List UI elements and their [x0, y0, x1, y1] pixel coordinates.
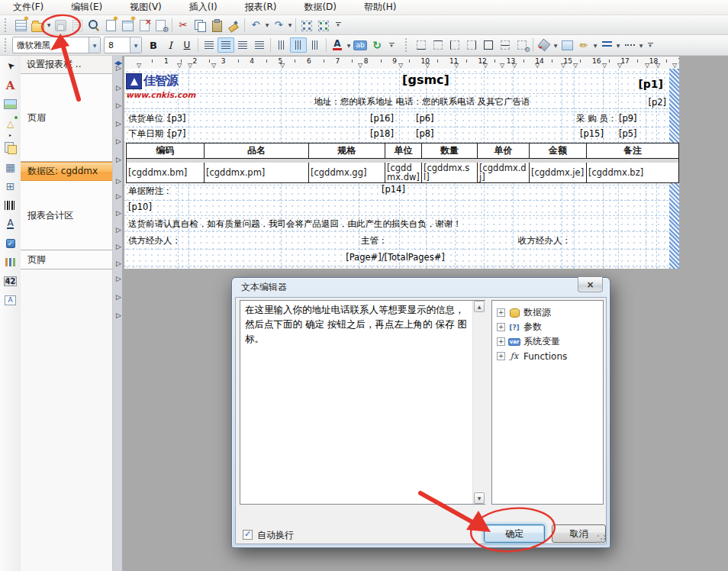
- print-preview-icon[interactable]: [85, 18, 102, 33]
- line-style-icon[interactable]: [621, 37, 638, 53]
- field-cell[interactable]: [cgddmx.bz]: [587, 163, 679, 183]
- report-canvas[interactable]: 佳智源 www.cnkis.com [gsmc] [p1] 地址：您的联系地址 …: [124, 69, 679, 269]
- chevron-down-icon[interactable]: ▼: [615, 43, 621, 48]
- new-page-icon[interactable]: [102, 18, 119, 33]
- align-justify-icon[interactable]: [251, 37, 268, 53]
- field-cell[interactable]: [cgddmx.je]: [530, 163, 587, 183]
- page-number-icon[interactable]: [1, 273, 20, 290]
- chevron-down-icon[interactable]: ▼: [638, 43, 644, 48]
- p7-field[interactable]: [p7]: [168, 128, 186, 139]
- supplier-label[interactable]: 供货单位：: [128, 113, 172, 124]
- send-back-icon[interactable]: [315, 18, 332, 33]
- format-painter-icon[interactable]: [225, 18, 242, 33]
- toolbar-overflow-icon[interactable]: [646, 38, 655, 52]
- supplier-sign-label[interactable]: 供方经办人：: [128, 235, 181, 247]
- p8-field[interactable]: [p8]: [416, 128, 434, 139]
- expand-icon[interactable]: [497, 323, 505, 331]
- notice-text[interactable]: 送货前请认真自检，如有质量问题，我司会将产品退回，由此产生的损失自负，谢谢！: [128, 218, 462, 230]
- p16-field[interactable]: [p16]: [370, 113, 394, 124]
- border-all-icon[interactable]: [480, 37, 497, 53]
- field-cell[interactable]: [cgddmx.pm]: [205, 163, 309, 183]
- valign-bottom-icon[interactable]: [307, 37, 324, 53]
- p14-field[interactable]: [p14]: [382, 184, 405, 195]
- scroll-up-icon[interactable]: ▲: [474, 301, 485, 312]
- resize-grip[interactable]: [598, 535, 607, 544]
- buyer-label[interactable]: 采 购 员：: [576, 113, 617, 124]
- page-setup-icon[interactable]: [153, 18, 169, 33]
- logo[interactable]: 佳智源 www.cnkis.com: [126, 73, 192, 99]
- border-setup-icon[interactable]: [514, 37, 530, 53]
- field-cell[interactable]: [cgddmx.gg]: [309, 163, 385, 183]
- p9-field[interactable]: [p9]: [619, 113, 637, 124]
- expand-icon[interactable]: [497, 337, 505, 346]
- column-header[interactable]: 单价: [478, 143, 530, 159]
- valign-top-icon[interactable]: [273, 37, 290, 53]
- p6-field[interactable]: [p6]: [416, 113, 434, 124]
- menu-insert[interactable]: 插入(I): [181, 0, 226, 15]
- band-page-footer[interactable]: 页脚: [21, 250, 112, 269]
- receiver-sign-label[interactable]: 收方经办人：: [518, 235, 571, 247]
- word-wrap-checkbox[interactable]: [243, 530, 253, 540]
- delete-page-icon[interactable]: [136, 18, 153, 33]
- chevron-down-icon[interactable]: ▼: [46, 22, 52, 27]
- new-band-icon[interactable]: [119, 18, 136, 33]
- toolbar-overflow-icon[interactable]: [387, 38, 396, 52]
- bold-icon[interactable]: [145, 37, 162, 53]
- chevron-down-icon[interactable]: ▼: [346, 43, 352, 48]
- font-color-icon[interactable]: [329, 37, 346, 53]
- data-source-tree[interactable]: 数据源 参数 系统变量 Functions: [491, 300, 604, 505]
- expand-icon[interactable]: [497, 308, 505, 317]
- table-icon[interactable]: ▦: [1, 158, 20, 176]
- chevron-down-icon[interactable]: ▼: [592, 43, 598, 48]
- expand-icon[interactable]: [497, 352, 505, 360]
- column-header[interactable]: 品名: [205, 143, 309, 159]
- field-cell[interactable]: [cgddmx.dw]: [385, 163, 422, 183]
- barcode-icon[interactable]: [1, 196, 20, 214]
- shading-icon[interactable]: [559, 37, 575, 53]
- textarea-scrollbar[interactable]: ▲ ▼: [472, 301, 485, 504]
- chevron-down-icon[interactable]: ▼: [287, 22, 293, 27]
- undo-icon[interactable]: ↶: [247, 18, 264, 33]
- band-report-summary[interactable]: 报表合计区: [21, 181, 112, 250]
- scroll-down-icon[interactable]: ▼: [474, 492, 485, 504]
- chevron-down-icon[interactable]: ▸: [0, 133, 21, 137]
- menu-view[interactable]: 视图(V): [121, 0, 170, 15]
- align-right-icon[interactable]: [234, 37, 251, 53]
- border-left-icon[interactable]: [446, 37, 463, 53]
- border-bottom-icon[interactable]: [413, 37, 430, 53]
- align-left-icon[interactable]: [201, 37, 217, 53]
- field-cell[interactable]: [cgddmx.dj]: [478, 163, 530, 183]
- line-weight-icon[interactable]: [598, 37, 615, 53]
- tree-item-datasource[interactable]: 数据源: [492, 305, 603, 320]
- column-header[interactable]: 单位: [385, 143, 422, 159]
- align-center-icon[interactable]: [217, 37, 234, 53]
- chart-icon[interactable]: [1, 253, 20, 271]
- rich-text-icon[interactable]: [1, 215, 20, 233]
- line-color-icon[interactable]: ✏: [575, 37, 592, 53]
- text-editor-input[interactable]: 在这里输入你的地址电话联系人等想要显示的信息，然后点下面的 确定 按钮之后，再点…: [240, 300, 485, 505]
- border-top-icon[interactable]: [430, 37, 446, 53]
- save-icon[interactable]: [52, 18, 69, 33]
- border-inner-icon[interactable]: [497, 37, 514, 53]
- image-icon[interactable]: [1, 95, 20, 113]
- italic-icon[interactable]: [162, 37, 179, 53]
- chevron-down-icon[interactable]: ▼: [89, 37, 100, 53]
- p3-field[interactable]: [p3]: [168, 113, 186, 124]
- address-line[interactable]: 地址：您的联系地址 电话：您的联系电话 及其它广告语: [239, 96, 605, 108]
- p5-field[interactable]: [p5]: [619, 128, 637, 139]
- tree-item-system-variables[interactable]: 系统变量: [492, 334, 603, 349]
- gsmc-field[interactable]: [gsmc]: [330, 73, 521, 87]
- redo-icon[interactable]: ↷: [270, 18, 287, 33]
- menu-file[interactable]: 文件(F): [5, 0, 52, 15]
- column-header[interactable]: 数量: [422, 143, 478, 159]
- font-size-select[interactable]: 8 ▼: [104, 37, 142, 53]
- crosstab-icon[interactable]: ⊞: [1, 177, 20, 195]
- column-header[interactable]: 编码: [126, 143, 205, 159]
- fill-color-icon[interactable]: [536, 37, 552, 53]
- field-cell[interactable]: [cgddmx.bm]: [126, 163, 205, 183]
- menu-data[interactable]: 数据(D): [295, 0, 345, 15]
- p2-field[interactable]: [p2]: [642, 97, 666, 108]
- open-icon[interactable]: [29, 18, 46, 33]
- chevron-down-icon[interactable]: ▼: [552, 43, 559, 48]
- refresh-icon[interactable]: ↻: [369, 37, 385, 53]
